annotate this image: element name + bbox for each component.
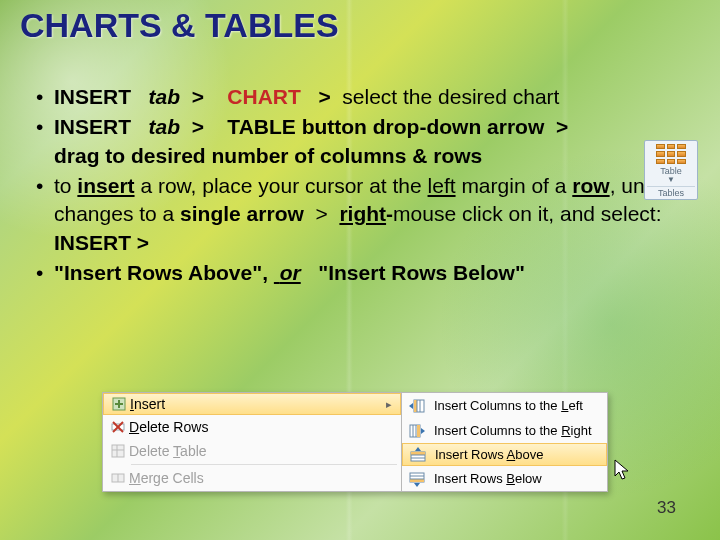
text: - <box>386 202 393 225</box>
text: bove <box>515 447 543 462</box>
table-ribbon-button[interactable]: Table ▼ Tables <box>644 140 698 200</box>
text: tab <box>149 85 181 108</box>
menu-item-delete-table: Delete Table <box>103 439 401 463</box>
context-menu-primary: Insert ▸ Delete Rows Delete Table Merge … <box>102 392 402 492</box>
text: CHART <box>227 85 301 108</box>
text: > <box>318 85 330 108</box>
text: insert <box>77 174 134 197</box>
text: margin of a <box>456 174 573 197</box>
text: INSERT <box>54 115 131 138</box>
text: row <box>572 174 609 197</box>
text: , <box>262 261 268 284</box>
bullet-1: INSERT tab > CHART > select the desired … <box>20 83 700 111</box>
text: B <box>506 471 515 486</box>
text: > <box>315 202 327 225</box>
chevron-down-icon: ▼ <box>667 175 675 184</box>
text: D <box>129 419 139 435</box>
text: Insert Columns to the <box>434 398 561 413</box>
text: to <box>54 174 77 197</box>
bullet-4: "Insert Rows Above", or "Insert Rows Bel… <box>20 259 700 287</box>
text: left <box>428 174 456 197</box>
text: "Insert Rows Above" <box>54 261 262 284</box>
text: INSERT > <box>54 231 149 254</box>
text: select the desired chart <box>342 85 559 108</box>
text: a row, place your cursor at the <box>135 174 428 197</box>
menu-item-insert-col-right[interactable]: Insert Columns to the Right <box>402 418 607 443</box>
text: T <box>173 443 180 459</box>
menu-item-insert-col-left[interactable]: Insert Columns to the Left <box>402 393 607 418</box>
table-button-sublabel: Tables <box>658 188 684 198</box>
delete-table-icon <box>107 443 129 459</box>
text: single arrow <box>180 202 304 225</box>
insert-col-right-icon <box>406 423 428 439</box>
context-menu-group: Insert ▸ Delete Rows Delete Table Merge … <box>102 392 608 492</box>
svg-rect-17 <box>417 425 420 437</box>
text: tab <box>149 115 181 138</box>
menu-item-insert-row-below[interactable]: Insert Rows Below <box>402 466 607 491</box>
page-number: 33 <box>657 498 676 518</box>
svg-rect-6 <box>112 445 124 457</box>
slide-title: CHARTS & TABLES <box>20 6 700 45</box>
text: "Insert Rows Below" <box>318 261 525 284</box>
insert-row-below-icon <box>406 471 428 487</box>
svg-marker-15 <box>409 403 413 409</box>
bullet-list: INSERT tab > CHART > select the desired … <box>20 83 700 287</box>
text: Insert Rows <box>434 471 506 486</box>
table-grid-icon <box>656 144 686 164</box>
merge-cells-icon <box>107 470 129 486</box>
text: R <box>561 423 570 438</box>
menu-item-merge-cells: Merge Cells <box>103 466 401 490</box>
delete-rows-icon <box>107 419 129 435</box>
text: Insert Rows <box>435 447 507 462</box>
text: mouse click on it, and select: <box>393 202 661 225</box>
insert-row-above-icon <box>407 447 429 463</box>
text: right <box>339 202 386 225</box>
insert-col-left-icon <box>406 398 428 414</box>
svg-marker-30 <box>414 483 420 487</box>
menu-separator <box>131 464 397 465</box>
text: > <box>192 85 204 108</box>
menu-item-insert-row-above[interactable]: Insert Rows Above <box>402 443 607 466</box>
menu-item-delete-rows[interactable]: Delete Rows <box>103 415 401 439</box>
text: M <box>129 470 141 486</box>
text: INSERT <box>54 85 131 108</box>
text: ight <box>571 423 592 438</box>
text: > <box>192 115 204 138</box>
text: I <box>130 396 134 412</box>
text: A <box>507 447 516 462</box>
submenu-arrow-icon: ▸ <box>386 398 392 411</box>
menu-item-insert[interactable]: Insert ▸ <box>103 393 401 415</box>
bullet-3: to insert a row, place your cursor at th… <box>20 172 700 257</box>
context-menu-submenu: Insert Columns to the Left Insert Column… <box>402 392 608 492</box>
text: drag to desired number of columns & rows <box>54 144 482 167</box>
text: eft <box>568 398 582 413</box>
text: elow <box>515 471 542 486</box>
text: Insert Columns to the <box>434 423 561 438</box>
text: or <box>280 261 301 284</box>
insert-icon <box>108 396 130 412</box>
text: > <box>556 115 568 138</box>
text: TABLE button drop-down arrow <box>227 115 544 138</box>
svg-marker-25 <box>415 447 421 451</box>
bullet-2: INSERT tab > TABLE button drop-down arro… <box>20 113 700 170</box>
svg-marker-20 <box>421 428 425 434</box>
